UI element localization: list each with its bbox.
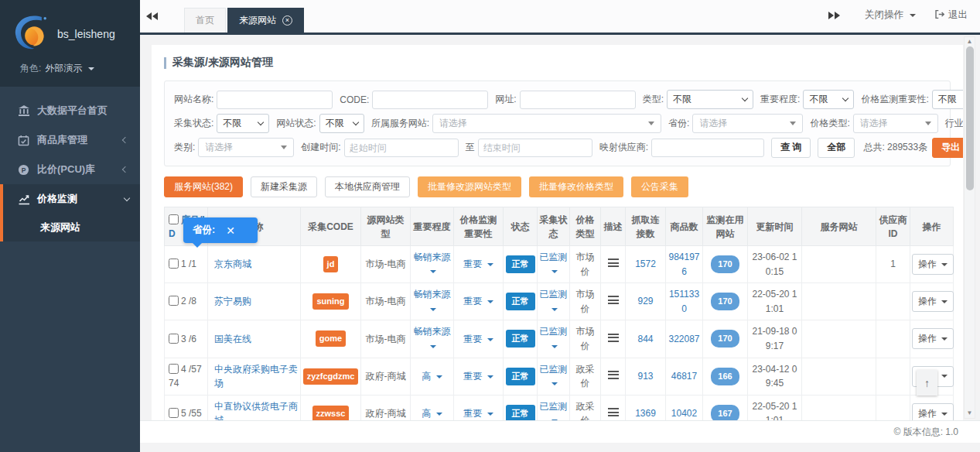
price-importance-dropdown[interactable]: 重要	[463, 296, 493, 306]
grab-links-link[interactable]: 1572	[635, 259, 656, 269]
search-button[interactable]: 查 询	[771, 138, 811, 158]
price-importance-dropdown[interactable]: 重要	[463, 371, 493, 382]
product-count-link[interactable]: 9841976	[668, 252, 699, 277]
collect-status-dropdown[interactable]: 已监测	[540, 326, 568, 351]
price-type-select[interactable]: 请选择	[853, 114, 938, 133]
category-select[interactable]: 请选择	[198, 138, 294, 157]
column-header-supplier_id: 供应商ID	[876, 207, 910, 246]
scrollbar-thumb[interactable]	[966, 46, 974, 190]
description-list-icon[interactable]	[608, 296, 619, 304]
batch-modify-source-type-button[interactable]: 批量修改源网站类型	[418, 176, 521, 197]
sidebar-item-source-site[interactable]: 来源网站	[3, 214, 140, 241]
importance-dropdown[interactable]: 高	[422, 371, 442, 382]
logout-button[interactable]: 退出	[934, 9, 968, 22]
tab-close-icon[interactable]: ×	[282, 15, 292, 26]
importance-dropdown[interactable]: 畅销来源	[414, 252, 451, 277]
product-count-link[interactable]: 46817	[671, 371, 697, 382]
select-all-checkbox[interactable]	[169, 214, 179, 224]
price-importance-dropdown[interactable]: 重要	[463, 334, 493, 344]
service-sites-button[interactable]: 服务网站(382)	[164, 176, 243, 197]
site-name-link[interactable]: 苏宁易购	[214, 296, 251, 306]
tab-home[interactable]: 首页	[184, 8, 226, 33]
site-name-link[interactable]: 国美在线	[214, 334, 251, 344]
grab-links-link[interactable]: 929	[637, 296, 653, 306]
product-count-link[interactable]: 322087	[668, 334, 699, 344]
scroll-down-arrow-icon[interactable]: ▼	[965, 409, 975, 418]
site-name-link[interactable]: 中直协议供货电子商城	[214, 401, 298, 420]
row-action-button[interactable]: 操作	[912, 254, 954, 275]
importance-dropdown[interactable]: 畅销来源	[414, 326, 451, 351]
site-name-link[interactable]: 中央政府采购电子卖场	[214, 364, 298, 389]
tabs-scroll-left-button[interactable]	[140, 0, 164, 33]
collect-status-dropdown[interactable]: 已监测	[540, 289, 568, 314]
announcement-collect-button[interactable]: 公告采集	[631, 176, 688, 197]
action-toolbar: 服务网站(382) 新建采集源 本地供应商管理 批量修改源网站类型 批量修改价格…	[164, 176, 951, 197]
monitor-sites-pill[interactable]: 170	[711, 330, 739, 348]
site-status-select[interactable]: 不限	[319, 114, 364, 133]
description-list-icon[interactable]	[608, 371, 619, 379]
local-supplier-mgmt-button[interactable]: 本地供应商管理	[325, 176, 410, 197]
tab-source-site[interactable]: 来源网站 ×	[227, 8, 304, 33]
importance-dropdown[interactable]: 畅销来源	[414, 289, 451, 314]
monitor-sites-pill[interactable]: 170	[711, 293, 739, 310]
mapped-supplier-input[interactable]	[651, 139, 764, 157]
caret-down-icon	[648, 122, 654, 125]
table-row: 2 /8苏宁易购suning市场-电商畅销来源 重要 正常已监测 市场价9291…	[165, 283, 954, 320]
monitor-sites-pill[interactable]: 166	[711, 368, 739, 385]
row-checkbox[interactable]	[169, 364, 179, 374]
close-operations-dropdown[interactable]: 关闭操作	[865, 9, 916, 22]
tabs-scroll-right-button[interactable]	[822, 0, 846, 32]
province-select[interactable]: 请选择	[692, 114, 803, 133]
batch-modify-price-type-button[interactable]: 批量修改价格类型	[529, 176, 623, 197]
row-action-button[interactable]: 操作	[912, 403, 954, 420]
site-name-link[interactable]: 京东商城	[214, 259, 251, 269]
tooltip-close-icon[interactable]: ✕	[226, 224, 235, 237]
row-action-button[interactable]: 操作	[912, 291, 954, 312]
description-list-icon[interactable]	[608, 334, 619, 342]
collect-status-dropdown[interactable]: 已监测	[540, 401, 568, 420]
url-input[interactable]	[520, 91, 636, 109]
type-select[interactable]: 不限	[667, 90, 753, 109]
role-selector[interactable]: 角色: 外部演示	[11, 62, 132, 75]
end-time-input[interactable]	[478, 139, 592, 157]
service-site-select[interactable]: 请选择	[432, 114, 661, 133]
collect-status-dropdown[interactable]: 已监测	[540, 252, 568, 277]
export-button[interactable]: 导出	[932, 138, 963, 158]
product-count-link[interactable]: 10402	[671, 408, 697, 419]
description-list-icon[interactable]	[608, 408, 619, 416]
description-list-icon[interactable]	[608, 259, 619, 267]
price-importance-dropdown[interactable]: 重要	[463, 259, 493, 269]
row-checkbox[interactable]	[169, 296, 179, 306]
monitor-sites-pill[interactable]: 170	[711, 255, 739, 273]
sidebar-item-bigdata-home[interactable]: 大数据平台首页	[0, 96, 140, 125]
back-to-top-button[interactable]: ↑	[917, 370, 937, 396]
scroll-up-arrow-icon[interactable]: ▲	[965, 37, 975, 46]
row-checkbox[interactable]	[169, 408, 179, 418]
sidebar-item-pcu-library[interactable]: P 比价(PCU)库	[0, 155, 140, 184]
monitor-sites-pill[interactable]: 167	[711, 405, 739, 420]
sidebar-item-price-monitor[interactable]: 价格监测	[3, 184, 140, 214]
grab-links-link[interactable]: 844	[637, 334, 653, 344]
price-importance-dropdown[interactable]: 重要	[463, 408, 493, 419]
importance-select[interactable]: 不限	[803, 90, 854, 109]
new-collect-source-button[interactable]: 新建采集源	[251, 176, 317, 197]
collect-status-dropdown[interactable]: 已监测	[540, 364, 568, 389]
filter-label: CODE:	[340, 94, 369, 105]
price-importance-select[interactable]: 不限	[932, 90, 963, 109]
row-checkbox[interactable]	[169, 334, 179, 344]
sidebar-item-product-library[interactable]: 商品库管理	[0, 125, 140, 155]
row-action-button[interactable]: 操作	[912, 328, 954, 349]
grab-links-link[interactable]: 913	[637, 371, 653, 382]
site-name-input[interactable]	[217, 91, 333, 109]
code-input[interactable]	[372, 91, 488, 109]
collect-status-select[interactable]: 不限	[217, 114, 269, 133]
all-button[interactable]: 全部	[818, 138, 855, 158]
vertical-scrollbar[interactable]: ▲ ▼	[964, 36, 975, 419]
cell-status: 正常	[504, 246, 538, 283]
row-checkbox[interactable]	[169, 259, 179, 269]
product-count-link[interactable]: 1511330	[669, 289, 699, 314]
cell-source_type: 政府-商城	[361, 395, 411, 420]
grab-links-link[interactable]: 1369	[635, 408, 656, 419]
importance-dropdown[interactable]: 高	[422, 408, 442, 419]
start-time-input[interactable]	[344, 139, 459, 157]
